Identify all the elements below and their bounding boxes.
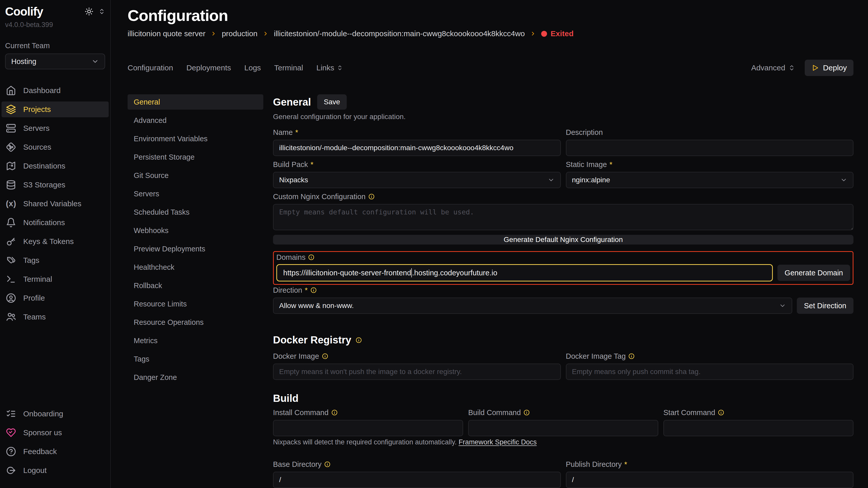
generate-domain-button[interactable]: Generate Domain (777, 265, 850, 281)
start-command-label: Start Command (663, 408, 854, 417)
advanced-menu[interactable]: Advanced (751, 64, 795, 72)
sidebar-item-shared-variables[interactable]: (x) Shared Variables (2, 196, 109, 212)
subnav-item-danger-zone[interactable]: Danger Zone (128, 370, 263, 385)
text-caret (411, 268, 412, 278)
sidebar-item-servers[interactable]: Servers (2, 120, 109, 136)
sidebar-item-notifications[interactable]: Notifications (2, 215, 109, 230)
status-badge: Exited (541, 29, 574, 38)
info-icon (308, 254, 315, 261)
heart-icon (6, 428, 16, 438)
name-input[interactable] (273, 140, 561, 156)
checklist-icon (6, 409, 16, 419)
generate-nginx-button[interactable]: Generate Default Nginx Configuration (273, 235, 854, 245)
user-circle-icon (6, 293, 16, 303)
breadcrumb-application[interactable]: illicitestonion/-module--decomposition:m… (274, 29, 525, 38)
sidebar-item-dashboard[interactable]: Dashboard (2, 83, 109, 98)
subnav-item-advanced[interactable]: Advanced (128, 113, 263, 128)
build-command-input[interactable] (468, 420, 658, 436)
variables-icon: (x) (6, 199, 16, 208)
nixpacks-note: Nixpacks will detect the required config… (273, 438, 854, 446)
toolbar: Configuration Deployments Logs Terminal … (128, 60, 854, 76)
sidebar-item-sponsor[interactable]: Sponsor us (2, 425, 109, 441)
subnav-item-scheduled-tasks[interactable]: Scheduled Tasks (128, 204, 263, 220)
subnav-item-resource-operations[interactable]: Resource Operations (128, 315, 263, 330)
subnav-item-general[interactable]: General (128, 94, 263, 110)
start-command-input[interactable] (663, 420, 854, 436)
map-icon (6, 161, 16, 171)
sidebar-item-s3-storages[interactable]: S3 Storages (2, 177, 109, 193)
set-direction-button[interactable]: Set Direction (797, 297, 854, 314)
static-image-select[interactable]: nginx:alpine (566, 172, 854, 188)
subnav-item-persistent-storage[interactable]: Persistent Storage (128, 150, 263, 165)
breadcrumb-environment[interactable]: production (222, 29, 257, 38)
sidebar-item-destinations[interactable]: Destinations (2, 158, 109, 174)
docker-image-tag-label: Docker Image Tag (566, 352, 854, 360)
deploy-button[interactable]: Deploy (805, 60, 854, 76)
sidebar-item-projects[interactable]: Projects (2, 101, 109, 117)
install-command-label: Install Command (273, 408, 463, 417)
breadcrumb: illicitonion quote server production ill… (128, 29, 854, 38)
description-input[interactable] (566, 140, 854, 156)
install-command-input[interactable] (273, 420, 463, 436)
build-pack-select[interactable]: Nixpacks (273, 172, 561, 188)
current-team-label: Current Team (5, 41, 105, 50)
sidebar-item-keys-tokens[interactable]: Keys & Tokens (2, 233, 109, 249)
sidebar-item-profile[interactable]: Profile (2, 290, 109, 306)
tab-logs[interactable]: Logs (244, 64, 261, 72)
database-icon (6, 180, 16, 190)
tab-terminal[interactable]: Terminal (274, 64, 303, 72)
info-icon (322, 353, 329, 359)
sidebar-item-terminal[interactable]: Terminal (2, 271, 109, 287)
status-dot (541, 31, 547, 37)
domains-input[interactable]: https://illicitonion-quote-server-fronte… (276, 264, 773, 282)
sidebar-item-sources[interactable]: Sources (2, 139, 109, 155)
tab-deployments[interactable]: Deployments (186, 64, 231, 72)
git-source-icon (6, 142, 16, 152)
tab-bar: Configuration Deployments Logs Terminal … (128, 64, 343, 72)
subnav-item-healthcheck[interactable]: Healthcheck (128, 260, 263, 275)
server-icon (6, 123, 16, 133)
key-icon (6, 236, 16, 247)
subnav-item-servers[interactable]: Servers (128, 186, 263, 201)
chevron-right-icon (211, 31, 217, 37)
sidebar-item-onboarding[interactable]: Onboarding (2, 406, 109, 422)
sidebar-nav: Dashboard Projects Servers Sources Desti… (2, 83, 109, 328)
subnav-item-preview-deployments[interactable]: Preview Deployments (128, 241, 263, 257)
publish-directory-input[interactable] (566, 472, 854, 488)
chevrons-up-down-icon[interactable] (98, 8, 105, 15)
sidebar-item-teams[interactable]: Teams (2, 309, 109, 325)
sidebar-item-feedback[interactable]: Feedback (2, 444, 109, 459)
general-form: General Save General configuration for y… (273, 94, 854, 488)
docker-image-tag-input[interactable] (566, 364, 854, 380)
subnav-item-git-source[interactable]: Git Source (128, 168, 263, 183)
framework-docs-link[interactable]: Framework Specific Docs (459, 438, 536, 446)
sidebar-item-logout[interactable]: Logout (2, 462, 109, 478)
base-directory-label: Base Directory (273, 460, 561, 468)
sidebar-item-tags[interactable]: Tags (2, 252, 109, 268)
subnav-item-tags[interactable]: Tags (128, 351, 263, 367)
build-command-label: Build Command (468, 408, 658, 417)
base-directory-input[interactable] (273, 472, 561, 488)
docker-image-input[interactable] (273, 364, 561, 380)
chevrons-up-down-icon (337, 65, 343, 71)
direction-label: Direction* (273, 286, 854, 294)
users-icon (6, 312, 16, 322)
tab-links[interactable]: Links (316, 64, 343, 72)
build-pack-label: Build Pack* (273, 160, 561, 169)
main: Configuration illicitonion quote server … (111, 0, 868, 488)
breadcrumb-project[interactable]: illicitonion quote server (128, 29, 206, 38)
save-button[interactable]: Save (317, 94, 347, 110)
subnav-item-rollback[interactable]: Rollback (128, 278, 263, 293)
section-title-docker-registry: Docker Registry (273, 334, 362, 346)
info-icon (368, 193, 375, 200)
logout-icon (6, 465, 16, 476)
direction-select[interactable]: Allow www & non-www. (273, 297, 792, 314)
nginx-config-textarea[interactable] (273, 204, 854, 230)
subnav-item-environment-variables[interactable]: Environment Variables (128, 131, 263, 147)
tab-configuration[interactable]: Configuration (128, 64, 173, 72)
team-select[interactable]: Hosting (5, 54, 105, 69)
subnav-item-resource-limits[interactable]: Resource Limits (128, 296, 263, 312)
theme-sun-icon[interactable] (85, 7, 93, 16)
subnav-item-webhooks[interactable]: Webhooks (128, 223, 263, 238)
subnav-item-metrics[interactable]: Metrics (128, 333, 263, 348)
